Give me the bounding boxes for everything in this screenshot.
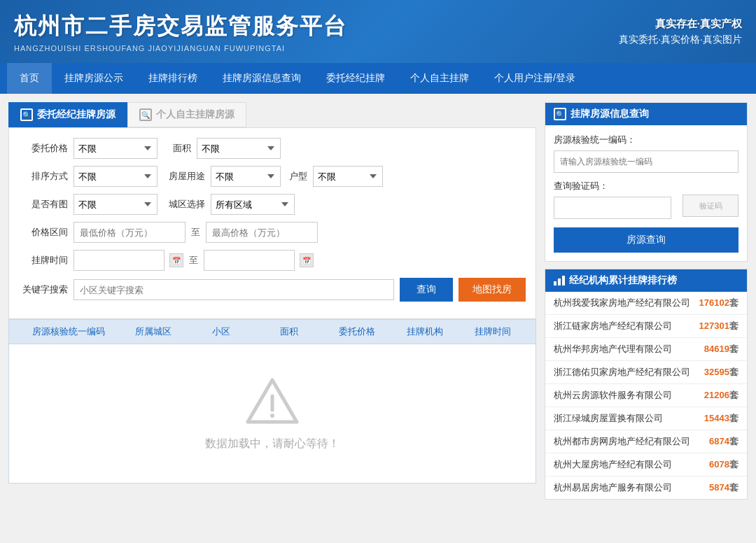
loading-text: 数据加载中，请耐心等待！ [205, 437, 340, 451]
select-has-image[interactable]: 不限 [74, 194, 158, 215]
input-max-price[interactable] [206, 222, 318, 243]
ranking-title: 经纪机构累计挂牌排行榜 [545, 269, 747, 292]
ranking-item-count: 15443套 [704, 412, 738, 425]
ranking-item: 杭州我爱我家房地产经纪有限公司 176102套 [545, 292, 747, 315]
tab-self-listing[interactable]: 🔍 个人自主挂牌房源 [127, 102, 246, 127]
svg-point-2 [270, 414, 274, 418]
ranking-item-count: 6078套 [709, 458, 738, 471]
input-min-price[interactable] [74, 222, 186, 243]
ranking-item: 杭州云房源软件服务有限公司 21206套 [545, 384, 747, 407]
form-row-1: 委托价格 不限 面积 不限 [19, 138, 526, 159]
form-row-price-range: 价格区间 至 [19, 222, 526, 243]
input-date-start[interactable] [74, 250, 164, 271]
form-row-keyword: 关键字搜索 查询 地图找房 [19, 278, 526, 302]
tab-agency-listing[interactable]: 🔍 委托经纪挂牌房源 [8, 102, 127, 127]
ranking-item: 浙江链家房地产经纪有限公司 127301套 [545, 315, 747, 338]
property-search-title-text: 挂牌房源信息查询 [570, 108, 649, 120]
label-district: 城区选择 [163, 198, 205, 211]
label-has-image: 是否有图 [19, 198, 68, 211]
ranking-item-name: 杭州我爱我家房地产经纪有限公司 [554, 297, 699, 309]
tab-agency-label: 委托经纪挂牌房源 [37, 108, 115, 121]
header: 杭州市二手房交易监管服务平台 HANGZHOUISHI ERSHOUFANG J… [0, 0, 756, 63]
ranking-list: 杭州我爱我家房地产经纪有限公司 176102套 浙江链家房地产经纪有限公司 12… [545, 292, 747, 499]
label-keyword: 关键字搜索 [19, 283, 68, 296]
main-content: 🔍 委托经纪挂牌房源 🔍 个人自主挂牌房源 委托价格 不限 面积 不限 [0, 94, 756, 508]
site-title-en: HANGZHOUISHI ERSHOUFANG JIAOYIJIANGUAN F… [14, 44, 347, 52]
captcha-input[interactable] [554, 197, 671, 219]
col-community: 小区 [188, 325, 255, 338]
select-sort[interactable]: 不限 [74, 166, 158, 187]
label-area: 面积 [163, 142, 191, 155]
form-row-date-range: 挂牌时间 📅 至 📅 [19, 250, 526, 271]
ranking-item-name: 杭州易居房地产服务有限公司 [554, 481, 709, 494]
tab-self-label: 个人自主挂牌房源 [156, 108, 234, 121]
search-form: 委托价格 不限 面积 不限 排序方式 不限 房屋用途 不限 户型 [8, 127, 536, 319]
property-search-title: 🔍 挂牌房源信息查询 [545, 103, 747, 125]
ranking-box: 经纪机构累计挂牌排行榜 杭州我爱我家房地产经纪有限公司 176102套 浙江链家… [545, 269, 748, 500]
nav-item-info-query[interactable]: 挂牌房源信息查询 [210, 63, 314, 94]
left-panel: 🔍 委托经纪挂牌房源 🔍 个人自主挂牌房源 委托价格 不限 面积 不限 [8, 102, 536, 484]
date-end-icon[interactable]: 📅 [300, 253, 314, 267]
nav-item-self-listing[interactable]: 个人自主挂牌 [398, 63, 482, 94]
ranking-item: 杭州华邦房地产代理有限公司 84619套 [545, 338, 747, 361]
captcha-row: 查询验证码： 验证码 [554, 180, 738, 219]
ranking-item: 杭州都市房网房地产经纪有限公司 6874套 [545, 430, 747, 453]
ranking-title-text: 经纪机构累计挂牌排行榜 [569, 274, 677, 287]
slogan2: 真实委托·真实价格·真实图片 [619, 34, 742, 46]
ranking-item-name: 杭州都市房网房地产经纪有限公司 [554, 435, 709, 448]
ranking-item-count: 6874套 [709, 435, 738, 448]
col-date: 挂牌时间 [459, 325, 527, 338]
nav-item-home[interactable]: 首页 [7, 63, 52, 94]
input-date-end[interactable] [204, 250, 295, 271]
label-sort: 排序方式 [19, 170, 68, 183]
ranking-item-name: 杭州大屋房地产经纪有限公司 [554, 458, 709, 471]
form-row-2: 排序方式 不限 房屋用途 不限 户型 不限 [19, 166, 526, 187]
separator-price: 至 [191, 226, 200, 239]
ranking-item-name: 浙江绿城房屋置换有限公司 [554, 412, 704, 425]
label-house-type: 户型 [286, 170, 307, 183]
map-search-button[interactable]: 地图找房 [458, 278, 526, 302]
results-table-header: 房源核验统一编码 所属城区 小区 面积 委托价格 挂牌机构 挂牌时间 [8, 319, 536, 344]
ranking-item-name: 杭州华邦房地产代理有限公司 [554, 343, 704, 355]
ranking-item: 杭州易居房地产服务有限公司 5874套 [545, 477, 747, 499]
col-price: 委托价格 [323, 325, 391, 338]
date-start-icon[interactable]: 📅 [169, 253, 183, 267]
code-input[interactable] [554, 150, 738, 173]
property-search-button[interactable]: 房源查询 [554, 227, 738, 253]
tab-agency-icon: 🔍 [20, 108, 33, 121]
form-row-3: 是否有图 不限 城区选择 所有区域 [19, 194, 526, 215]
tab-self-icon: 🔍 [139, 108, 152, 121]
ranking-item: 杭州大屋房地产经纪有限公司 6078套 [545, 453, 747, 477]
search-tabs: 🔍 委托经纪挂牌房源 🔍 个人自主挂牌房源 [8, 102, 536, 127]
separator-date: 至 [189, 254, 198, 267]
header-left: 杭州市二手房交易监管服务平台 HANGZHOUISHI ERSHOUFANG J… [14, 11, 347, 52]
main-nav: 首页 挂牌房源公示 挂牌排行榜 挂牌房源信息查询 委托经纪挂牌 个人自主挂牌 个… [0, 63, 756, 94]
results-body: 数据加载中，请耐心等待！ [8, 344, 536, 484]
property-search-box: 🔍 挂牌房源信息查询 房源核验统一编码： 查询验证码： 验证码 [545, 102, 748, 262]
code-label: 房源核验统一编码： [554, 134, 738, 146]
right-panel: 🔍 挂牌房源信息查询 房源核验统一编码： 查询验证码： 验证码 [545, 102, 748, 500]
nav-item-register-login[interactable]: 个人用户注册/登录 [482, 63, 588, 94]
query-button[interactable]: 查询 [400, 278, 453, 302]
ranking-item-name: 浙江德佑贝家房地产经纪有限公司 [554, 366, 704, 379]
col-code: 房源核验统一编码 [18, 325, 120, 338]
input-keyword[interactable] [74, 279, 394, 300]
select-area[interactable]: 不限 [197, 138, 281, 159]
label-price-range: 价格区间 [19, 226, 68, 239]
nav-item-ranking[interactable]: 挂牌排行榜 [136, 63, 210, 94]
col-area: 面积 [255, 325, 323, 338]
nav-item-listing-public[interactable]: 挂牌房源公示 [52, 63, 136, 94]
property-search-inner: 房源核验统一编码： 查询验证码： 验证码 房源查询 [545, 125, 747, 261]
captcha-label: 查询验证码： [554, 180, 677, 192]
site-title-cn: 杭州市二手房交易监管服务平台 [14, 11, 347, 42]
captcha-image[interactable]: 验证码 [682, 195, 738, 217]
select-price[interactable]: 不限 [74, 138, 158, 159]
select-district[interactable]: 所有区域 [211, 194, 295, 215]
ranking-item-name: 浙江链家房地产经纪有限公司 [554, 320, 699, 332]
select-house-type[interactable]: 不限 [313, 166, 383, 187]
bar-chart-icon [554, 276, 565, 285]
select-usage[interactable]: 不限 [211, 166, 281, 187]
header-right: 真实存在·真实产权 真实委托·真实价格·真实图片 [619, 17, 742, 46]
ranking-item-count: 32595套 [704, 366, 738, 379]
nav-item-agency-listing[interactable]: 委托经纪挂牌 [314, 63, 398, 94]
